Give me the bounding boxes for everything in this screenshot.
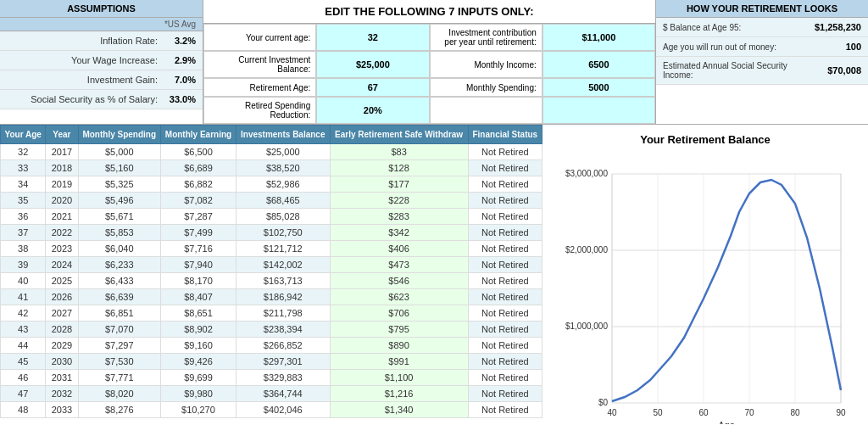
svg-text:80: 80 xyxy=(790,408,800,417)
input-value[interactable]: 67 xyxy=(316,78,429,97)
table-cell: 2022 xyxy=(46,225,78,241)
table-header-cell: Your Age xyxy=(1,126,46,144)
input-label: Monthly Income: xyxy=(430,51,542,78)
table-cell: $142,002 xyxy=(236,257,330,273)
table-cell: 32 xyxy=(1,144,46,160)
table-cell: 39 xyxy=(1,257,46,273)
svg-text:70: 70 xyxy=(744,408,754,417)
table-cell: $163,713 xyxy=(236,273,330,289)
table-cell: $5,496 xyxy=(78,193,160,209)
table-cell: 40 xyxy=(1,273,46,289)
table-cell: Not Retired xyxy=(468,144,542,160)
looks-row: Age you will run out of money:100 xyxy=(656,37,868,57)
looks-header: HOW YOUR RETIREMENT LOOKS xyxy=(656,0,868,18)
table-cell: 2028 xyxy=(46,322,78,338)
assumption-row: Social Security as % of Salary:33.0% xyxy=(0,90,203,109)
table-cell: $991 xyxy=(330,354,468,370)
looks-box: HOW YOUR RETIREMENT LOOKS $ Balance at A… xyxy=(656,0,868,124)
table-cell: $329,883 xyxy=(236,370,330,386)
table-row: 372022$5,853$7,499$102,750$342Not Retire… xyxy=(1,225,542,241)
retirement-chart: $3,000,000 $2,000,000 $1,000,000 $0 xyxy=(561,153,849,424)
input-value[interactable]: 20% xyxy=(316,97,429,124)
input-label xyxy=(430,97,542,124)
table-row: 442029$7,297$9,160$266,852$890Not Retire… xyxy=(1,338,542,354)
svg-text:$0: $0 xyxy=(598,398,609,407)
table-cell: 46 xyxy=(1,370,46,386)
table-cell: $8,407 xyxy=(160,289,236,305)
input-value[interactable]: 5000 xyxy=(542,78,655,97)
table-cell: 2033 xyxy=(46,402,78,418)
table-header-cell: Financial Status xyxy=(468,126,542,144)
input-value[interactable]: 32 xyxy=(316,24,429,51)
assumption-label: Investment Gain: xyxy=(7,75,158,85)
table-cell: $7,716 xyxy=(160,241,236,257)
looks-value: 100 xyxy=(793,42,861,52)
table-cell: $6,689 xyxy=(160,160,236,176)
table-cell: $297,301 xyxy=(236,354,330,370)
table-cell: $38,520 xyxy=(236,160,330,176)
table-cell: $52,986 xyxy=(236,176,330,193)
table-row: 392024$6,233$7,940$142,002$473Not Retire… xyxy=(1,257,542,273)
table-cell: 2025 xyxy=(46,273,78,289)
table-cell: $706 xyxy=(330,305,468,322)
table-cell: $6,500 xyxy=(160,144,236,160)
table-cell: $6,433 xyxy=(78,273,160,289)
table-cell: $473 xyxy=(330,257,468,273)
table-cell: 2021 xyxy=(46,209,78,225)
table-cell: $8,020 xyxy=(78,386,160,402)
table-cell: 2017 xyxy=(46,144,78,160)
table-cell: Not Retired xyxy=(468,241,542,257)
table-cell: 2027 xyxy=(46,305,78,322)
table-cell: 48 xyxy=(1,402,46,418)
table-cell: $121,712 xyxy=(236,241,330,257)
table-cell: 38 xyxy=(1,241,46,257)
input-value[interactable]: $11,000 xyxy=(542,24,655,51)
looks-label: Age you will run out of money: xyxy=(663,42,793,52)
table-container: Your AgeYearMonthly SpendingMonthly Earn… xyxy=(0,125,542,425)
table-cell: $5,325 xyxy=(78,176,160,193)
svg-text:50: 50 xyxy=(653,408,663,417)
assumption-row: Your Wage Increase:2.9% xyxy=(0,51,203,70)
table-cell: $8,902 xyxy=(160,322,236,338)
table-cell: Not Retired xyxy=(468,193,542,209)
table-cell: $6,233 xyxy=(78,257,160,273)
input-value[interactable] xyxy=(542,97,655,124)
assumption-value: 3.2% xyxy=(158,36,196,46)
input-value[interactable]: 6500 xyxy=(542,51,655,78)
table-cell: $402,046 xyxy=(236,402,330,418)
table-cell: Not Retired xyxy=(468,386,542,402)
table-cell: Not Retired xyxy=(468,209,542,225)
table-cell: Not Retired xyxy=(468,354,542,370)
table-cell: 33 xyxy=(1,160,46,176)
table-cell: 42 xyxy=(1,305,46,322)
input-label: Investment contribution per year until r… xyxy=(430,24,542,51)
input-value[interactable]: $25,000 xyxy=(316,51,429,78)
table-cell: $9,699 xyxy=(160,370,236,386)
inputs-box: EDIT THE FOLLOWING 7 INPUTS ONLY: Your c… xyxy=(203,0,656,124)
table-cell: $7,940 xyxy=(160,257,236,273)
table-row: 422027$6,851$8,651$211,798$706Not Retire… xyxy=(1,305,542,322)
table-header-cell: Monthly Spending xyxy=(78,126,160,144)
assumption-label: Social Security as % of Salary: xyxy=(7,94,158,104)
input-label: Retired Spending Reduction: xyxy=(203,97,316,124)
assumptions-box: ASSUMPTIONS *US Avg Inflation Rate:3.2%Y… xyxy=(0,0,203,124)
chart-line xyxy=(612,180,841,401)
table-cell: 43 xyxy=(1,322,46,338)
table-cell: $9,426 xyxy=(160,354,236,370)
table-cell: $9,160 xyxy=(160,338,236,354)
looks-row: $ Balance at Age 95:$1,258,230 xyxy=(656,18,868,37)
table-cell: 45 xyxy=(1,354,46,370)
svg-text:$2,000,000: $2,000,000 xyxy=(565,245,608,254)
assumption-value: 7.0% xyxy=(158,75,196,85)
table-cell: $85,028 xyxy=(236,209,330,225)
table-row: 342019$5,325$6,882$52,986$177Not Retired xyxy=(1,176,542,193)
table-header-row: Your AgeYearMonthly SpendingMonthly Earn… xyxy=(1,126,542,144)
table-cell: 2020 xyxy=(46,193,78,209)
table-row: 462031$7,771$9,699$329,883$1,100Not Reti… xyxy=(1,370,542,386)
table-cell: $211,798 xyxy=(236,305,330,322)
table-row: 362021$5,671$7,287$85,028$283Not Retired xyxy=(1,209,542,225)
assumption-label: Inflation Rate: xyxy=(7,36,158,46)
looks-label: $ Balance at Age 95: xyxy=(663,23,793,32)
table-cell: $186,942 xyxy=(236,289,330,305)
chart-title: Your Retirement Balance xyxy=(551,133,860,146)
